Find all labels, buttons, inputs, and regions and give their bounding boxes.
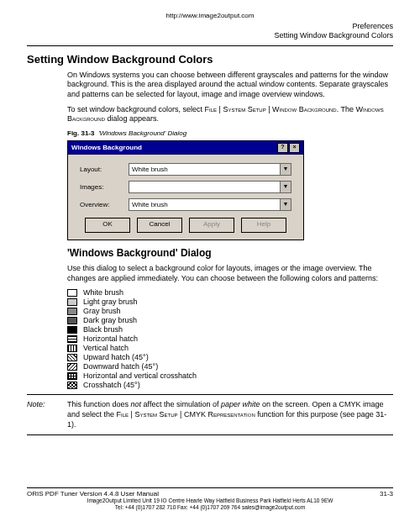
chevron-down-icon[interactable]: ▼ <box>280 182 291 192</box>
header-rule <box>27 45 393 46</box>
list-item: Horizontal hatch <box>67 334 393 343</box>
combo-layout[interactable]: White brush ▼ <box>129 163 291 176</box>
dialog-button-row: OK Cancel Apply Help <box>80 218 291 233</box>
intro-paragraph-2: To set window background colors, select … <box>67 105 393 124</box>
combo-overview[interactable]: White brush ▼ <box>129 198 291 211</box>
list-item: Black brush <box>67 325 393 334</box>
swatch-icon <box>67 317 77 324</box>
figure-caption: Fig. 31-3 'Windows Background' Dialog <box>67 129 393 137</box>
list-item: Dark gray brush <box>67 316 393 324</box>
swatch-icon <box>67 326 77 334</box>
footer-contact: Tel: +44 (0)1707 282 710 Fax: +44 (0)170… <box>27 504 393 511</box>
page-footer: ORIS PDF Tuner Version 4.4.8 User Manual… <box>27 487 393 511</box>
close-icon[interactable]: × <box>289 143 300 153</box>
dialog-heading: 'Windows Background' Dialog <box>67 247 393 259</box>
header-line-1: Preferences <box>27 22 393 31</box>
label-layout: Layout: <box>80 166 129 173</box>
windows-background-dialog: Windows Background ? × Layout: White bru… <box>67 140 304 240</box>
chevron-down-icon[interactable]: ▼ <box>280 199 291 210</box>
note-label: Note: <box>27 400 67 429</box>
note-block: Note: This function does not affect the … <box>27 400 393 429</box>
footer-address: Image2Output Limited Unit 19 IO Centre H… <box>27 498 393 504</box>
list-item: Gray brush <box>67 307 393 315</box>
list-item: White brush <box>67 288 393 297</box>
list-item: Light gray brush <box>67 297 393 306</box>
swatch-icon <box>67 289 77 297</box>
dialog-body: Layout: White brush ▼ Images: ▼ Overview… <box>68 155 303 240</box>
titlebar-buttons: ? × <box>277 143 300 153</box>
note-rule-top <box>27 394 393 395</box>
page-header: Preferences Setting Window Background Co… <box>27 22 393 41</box>
swatch-icon <box>67 354 77 361</box>
chevron-down-icon[interactable]: ▼ <box>280 164 291 175</box>
list-item: Downward hatch (45°) <box>67 362 393 371</box>
dialog-description: Use this dialog to select a background c… <box>67 264 393 283</box>
list-item: Horizontal and vertical crosshatch <box>67 371 393 380</box>
section-heading: Setting Window Background Colors <box>27 53 393 66</box>
label-images: Images: <box>80 183 129 191</box>
swatch-icon <box>67 345 77 352</box>
form-row-images: Images: ▼ <box>80 181 291 193</box>
swatch-icon <box>67 335 77 343</box>
document-page: http://www.image2output.com Preferences … <box>0 0 420 516</box>
combo-images[interactable]: ▼ <box>129 181 291 193</box>
label-overview: Overview: <box>80 201 129 208</box>
swatch-icon <box>67 363 77 371</box>
list-item: Vertical hatch <box>67 344 393 352</box>
help-button[interactable]: Help <box>241 218 286 233</box>
list-item: Crosshatch (45°) <box>67 381 393 389</box>
form-row-overview: Overview: White brush ▼ <box>80 198 291 211</box>
cancel-button[interactable]: Cancel <box>137 218 182 233</box>
apply-button[interactable]: Apply <box>189 218 234 233</box>
swatch-icon <box>67 382 77 389</box>
dialog-title: Windows Background <box>71 144 142 151</box>
note-rule-bottom <box>27 434 393 435</box>
header-line-2: Setting Window Background Colors <box>27 31 393 40</box>
help-titlebar-icon[interactable]: ? <box>277 143 288 153</box>
swatch-icon <box>67 308 77 315</box>
footer-page-number: 31-3 <box>380 490 393 498</box>
top-url: http://www.image2output.com <box>27 12 393 19</box>
intro-paragraph-1: On Windows systems you can choose betwee… <box>67 71 393 100</box>
note-text: This function does not affect the simula… <box>67 400 393 429</box>
list-item: Upward hatch (45°) <box>67 353 393 361</box>
swatch-list: White brush Light gray brush Gray brush … <box>67 288 393 389</box>
ok-button[interactable]: OK <box>85 218 130 233</box>
dialog-titlebar: Windows Background ? × <box>68 141 303 155</box>
form-row-layout: Layout: White brush ▼ <box>80 163 291 176</box>
footer-title: ORIS PDF Tuner Version 4.4.8 User Manual <box>27 490 159 498</box>
swatch-icon <box>67 298 77 306</box>
swatch-icon <box>67 372 77 380</box>
